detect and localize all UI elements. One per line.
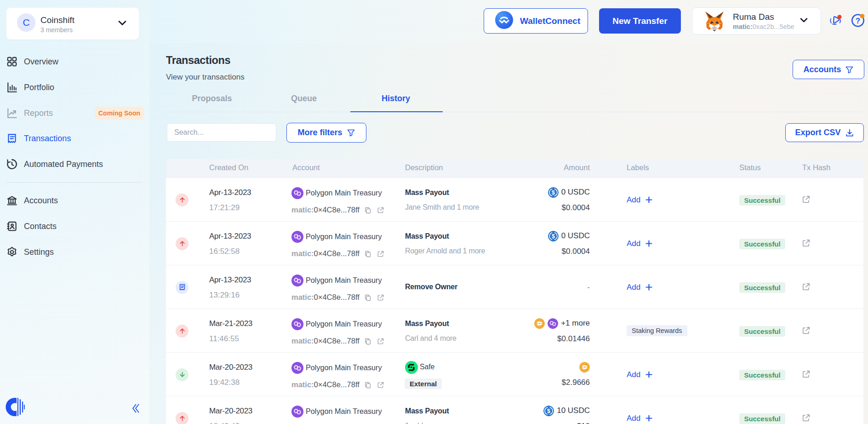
svg-text:$: $ [547,408,550,414]
svg-text:D: D [537,320,542,327]
svg-text:$: $ [552,189,555,196]
svg-text:$: $ [552,233,555,240]
svg-text:D: D [582,364,587,371]
svg-text:?: ? [856,17,860,25]
